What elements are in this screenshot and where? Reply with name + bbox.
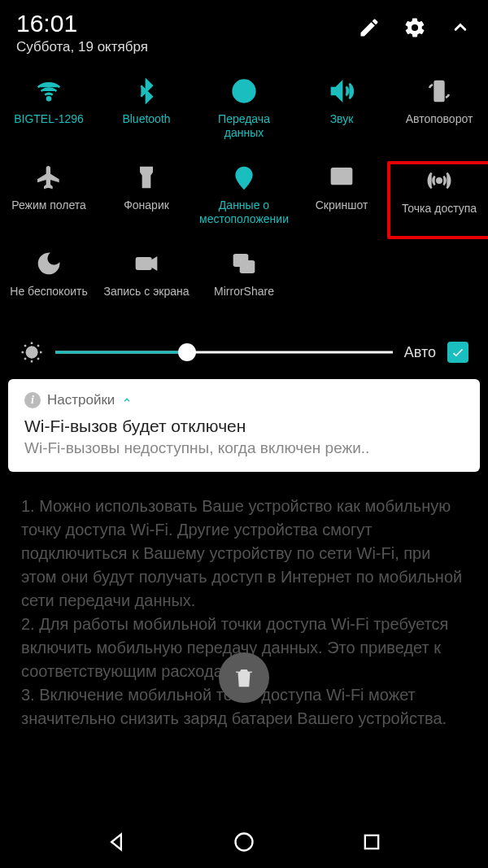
flashlight-icon bbox=[133, 164, 159, 190]
airplane-icon bbox=[36, 164, 62, 190]
tile-label: Фонарик bbox=[122, 198, 171, 212]
data-icon bbox=[231, 78, 257, 104]
tile-label: MirrorShare bbox=[212, 285, 276, 299]
tile-label: Режим полета bbox=[10, 198, 88, 212]
trash-icon bbox=[232, 665, 256, 690]
location-icon bbox=[231, 164, 257, 190]
brightness-slider[interactable] bbox=[55, 342, 393, 362]
svg-rect-12 bbox=[365, 835, 378, 848]
tile-location[interactable]: Данные о местоположении bbox=[195, 164, 293, 236]
tile-dnd[interactable]: Не беспокоить bbox=[0, 251, 98, 322]
date-label: Суббота, 19 октября bbox=[16, 39, 148, 55]
auto-brightness-checkbox[interactable] bbox=[447, 342, 468, 363]
status-header: 16:01 Суббота, 19 октября bbox=[0, 0, 488, 62]
screenrecord-icon bbox=[133, 251, 159, 277]
chevron-up-icon[interactable] bbox=[449, 16, 472, 39]
moon-icon bbox=[36, 251, 62, 277]
brightness-icon bbox=[20, 340, 44, 364]
auto-brightness-label: Авто bbox=[404, 344, 436, 361]
svg-rect-4 bbox=[332, 168, 351, 184]
clear-notifications-button[interactable] bbox=[219, 652, 269, 703]
tile-label: Передача данных bbox=[195, 112, 293, 140]
chevron-up-icon[interactable] bbox=[121, 395, 133, 406]
tile-rotate[interactable]: Автоповорот bbox=[390, 78, 488, 150]
tile-bluetooth[interactable]: Bluetooth bbox=[98, 78, 195, 150]
tile-wifi[interactable]: BIGTEL-1296 bbox=[0, 78, 98, 150]
tile-label: Звук bbox=[329, 112, 355, 126]
tile-label: Запись с экрана bbox=[102, 285, 190, 299]
svg-point-11 bbox=[236, 834, 253, 851]
tile-screenshot[interactable]: Скриншот bbox=[293, 164, 390, 236]
check-icon bbox=[451, 345, 465, 360]
wifi-icon bbox=[36, 78, 62, 104]
notification-app-name: Настройки bbox=[47, 392, 115, 408]
tile-sound[interactable]: Звук bbox=[293, 78, 390, 150]
navigation-bar bbox=[0, 816, 488, 868]
svg-point-5 bbox=[437, 178, 441, 182]
back-icon[interactable] bbox=[105, 831, 128, 853]
tile-mirrorshare[interactable]: MirrorShare bbox=[195, 251, 293, 322]
background-help-text: 1. Можно использовать Ваше устройство ка… bbox=[0, 472, 488, 731]
svg-point-0 bbox=[47, 97, 50, 100]
tile-label: Данные о местоположении bbox=[195, 198, 293, 226]
svg-rect-2 bbox=[435, 81, 444, 101]
tile-airplane[interactable]: Режим полета bbox=[0, 164, 98, 236]
hotspot-icon bbox=[426, 168, 452, 194]
brightness-row: Авто bbox=[0, 332, 488, 379]
info-icon: i bbox=[24, 392, 41, 408]
notification-title: Wi-Fi-вызов будет отключен bbox=[24, 417, 464, 436]
recent-icon[interactable] bbox=[360, 831, 383, 853]
tile-screenrecord[interactable]: Запись с экрана bbox=[98, 251, 195, 322]
tile-label: Не беспокоить bbox=[8, 285, 89, 299]
tile-label: BIGTEL-1296 bbox=[12, 112, 85, 126]
bluetooth-icon bbox=[133, 78, 159, 104]
tile-flashlight[interactable]: Фонарик bbox=[98, 164, 195, 236]
home-icon[interactable] bbox=[233, 831, 255, 853]
notification-card[interactable]: i Настройки Wi-Fi-вызов будет отключен W… bbox=[8, 379, 480, 472]
tile-label: Скриншот bbox=[314, 198, 370, 212]
svg-point-7 bbox=[141, 261, 145, 265]
quick-settings-grid: BIGTEL-1296 Bluetooth Передача данных Зв… bbox=[0, 62, 488, 332]
tile-label: Bluetooth bbox=[120, 112, 172, 126]
time-label: 16:01 bbox=[16, 10, 148, 37]
tile-hotspot[interactable]: Точка доступа bbox=[387, 161, 488, 239]
sound-icon bbox=[329, 78, 355, 104]
svg-point-3 bbox=[242, 172, 247, 178]
notification-body: Wi-Fi-вызовы недоступны, когда включен р… bbox=[24, 439, 464, 457]
screenshot-icon bbox=[329, 164, 355, 190]
gear-icon[interactable] bbox=[403, 16, 426, 39]
svg-point-1 bbox=[233, 81, 255, 103]
edit-icon[interactable] bbox=[358, 16, 381, 39]
tile-label: Автоповорот bbox=[404, 112, 475, 126]
tile-label: Точка доступа bbox=[400, 202, 478, 216]
mirrorshare-icon bbox=[231, 251, 257, 277]
tile-data[interactable]: Передача данных bbox=[195, 78, 293, 150]
rotate-icon bbox=[426, 78, 452, 104]
svg-rect-9 bbox=[241, 261, 254, 272]
